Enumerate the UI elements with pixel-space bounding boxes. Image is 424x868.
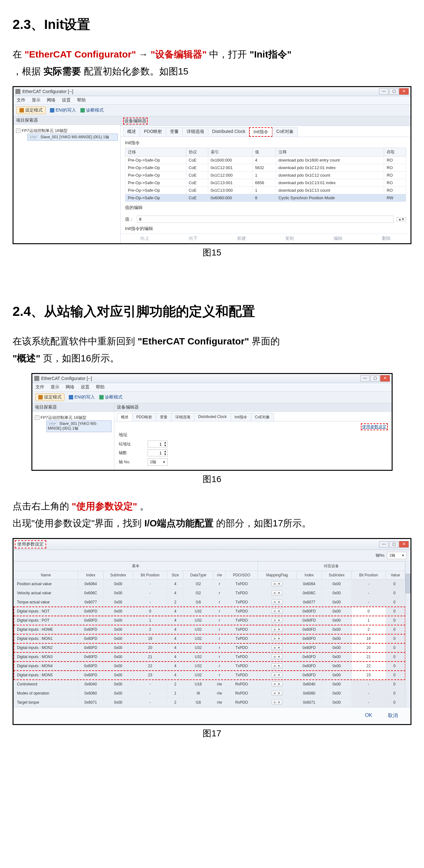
tab-overview[interactable]: 概述 bbox=[123, 127, 140, 137]
minimize-button[interactable]: — bbox=[360, 375, 370, 381]
table-row[interactable]: Pre-Op->Safe-OpCoE0x1600:0004download pd… bbox=[125, 156, 406, 164]
tab-overview[interactable]: 概述 bbox=[117, 413, 133, 421]
menu-settings[interactable]: 设置 bbox=[81, 384, 90, 390]
btn-edit[interactable]: 编辑 bbox=[333, 236, 343, 241]
table-row[interactable]: Controlword0x60400x00-2U16r/wRxPDO=▼0x60… bbox=[14, 680, 405, 689]
stepper-icon[interactable]: ▲▼ bbox=[397, 217, 406, 221]
axis-count-spinner[interactable]: ▲▼ bbox=[148, 450, 168, 456]
value-input[interactable] bbox=[137, 216, 394, 223]
collapse-icon[interactable]: − bbox=[35, 415, 39, 420]
table-row[interactable]: Digital inputs : MON40x60FD0x00224U32rTx… bbox=[14, 661, 405, 671]
mapping-flag-combo[interactable]: =▼ bbox=[271, 627, 282, 632]
tab-coe[interactable]: CoE对象 bbox=[251, 413, 274, 421]
tab-pdo[interactable]: PDO映射 bbox=[132, 413, 156, 421]
diag-mode-button[interactable]: 诊断模式 bbox=[80, 107, 104, 113]
menu-network[interactable]: 网络 bbox=[66, 384, 74, 390]
param-settings-link[interactable]: 使用参数设定 bbox=[362, 424, 387, 429]
btn-copy[interactable]: 复制 bbox=[285, 236, 294, 241]
menu-display[interactable]: 显示 bbox=[32, 97, 40, 103]
eni-write-button[interactable]: ENI的写入 bbox=[69, 394, 95, 400]
tab-pdo[interactable]: PDO映射 bbox=[140, 127, 166, 137]
maximize-button[interactable]: ▢ bbox=[389, 541, 398, 548]
close-button[interactable]: ✕ bbox=[399, 88, 409, 95]
table-row[interactable]: Digital inputs : HOME0x60FD0x0024U32rTxP… bbox=[14, 625, 405, 634]
menu-file[interactable]: 文件 bbox=[35, 384, 44, 390]
mapping-flag-combo[interactable]: =▼ bbox=[271, 581, 282, 586]
spinner-arrows-icon[interactable]: ▲▼ bbox=[163, 450, 167, 456]
table-row[interactable]: Velocity actual value0x606C0x00-4I32rTxP… bbox=[14, 589, 405, 598]
tab-coe[interactable]: CoE对象 bbox=[272, 127, 298, 137]
mapping-flag-combo[interactable]: =▼ bbox=[271, 636, 282, 641]
tree-root[interactable]: − FP7运动控制单元 16轴型 STEP Slave_001 [YAKO MS… bbox=[35, 414, 111, 433]
scroll-thumb[interactable] bbox=[405, 574, 411, 593]
tab-detail[interactable]: 详细选项 bbox=[171, 413, 194, 421]
table-row[interactable]: Target torque0x60710x00-2I16r/wRxPDO=▼0x… bbox=[14, 698, 405, 707]
tab-var[interactable]: 变量 bbox=[166, 127, 183, 137]
btn-down[interactable]: 向下 bbox=[189, 236, 198, 241]
collapse-icon[interactable]: − bbox=[16, 128, 21, 133]
config-mode-button[interactable]: 设定模式 bbox=[35, 394, 64, 401]
table-row[interactable]: Pre-Op->Safe-OpCoE0x1C13:0001download pd… bbox=[125, 187, 406, 194]
menu-file[interactable]: 文件 bbox=[17, 97, 26, 103]
scrollbar[interactable] bbox=[405, 561, 411, 707]
table-row[interactable]: Digital inputs : MON20x60FD0x00204U32rTx… bbox=[14, 643, 405, 652]
mapping-flag-combo[interactable]: =▼ bbox=[271, 682, 282, 687]
station-addr-spinner[interactable]: ▲▼ bbox=[148, 441, 168, 447]
tree-slave-item[interactable]: STEP Slave_001 [YAKO MS-MINI3E] (001) 1轴 bbox=[46, 421, 111, 432]
tab-var[interactable]: 变量 bbox=[156, 413, 171, 421]
tab-dc[interactable]: Distributed Clock bbox=[208, 127, 249, 137]
mapping-flag-combo[interactable]: =▼ bbox=[271, 618, 282, 623]
tab-init[interactable]: Init指令 bbox=[231, 413, 251, 421]
table-row[interactable]: Digital inputs : NOT0x60FD0x0004U32rTxPD… bbox=[14, 607, 405, 616]
station-addr-input[interactable] bbox=[148, 441, 163, 447]
close-button[interactable]: ✕ bbox=[380, 375, 390, 381]
table-row[interactable]: Torque actual value0x60770x00-2I16rTxPDO… bbox=[14, 598, 405, 607]
tab-init[interactable]: Init指令 bbox=[249, 127, 272, 137]
tree-root[interactable]: − FP7运动控制单元 16轴型 STEP Slave_001 [YAKO MS… bbox=[16, 127, 118, 142]
spinner-arrows-icon[interactable]: ▲▼ bbox=[163, 441, 167, 447]
tree-slave-item[interactable]: STEP Slave_001 [YAKO MS-MINI3E] (001) 1轴 bbox=[27, 133, 118, 141]
table-row[interactable]: Pre-Op->Safe-OpCoE0x6060:0008Cyclic Sync… bbox=[125, 194, 406, 202]
mapping-flag-combo[interactable]: =▼ bbox=[271, 645, 282, 650]
btn-new[interactable]: 新建 bbox=[237, 236, 246, 241]
menu-help[interactable]: 帮助 bbox=[96, 384, 105, 390]
close-button[interactable]: ✕ bbox=[399, 541, 409, 548]
menu-help[interactable]: 帮助 bbox=[77, 97, 86, 103]
menu-network[interactable]: 网络 bbox=[47, 97, 56, 103]
mapping-flag-combo[interactable]: =▼ bbox=[271, 654, 282, 659]
table-row[interactable]: Pre-Op->Safe-OpCoE0x1C12:0001download pd… bbox=[125, 172, 406, 179]
maximize-button[interactable]: ▢ bbox=[370, 375, 380, 381]
maximize-button[interactable]: ▢ bbox=[389, 88, 398, 95]
table-row[interactable]: Digital inputs : MON10x60FD0x00194U32rTx… bbox=[14, 634, 405, 643]
mapping-flag-combo[interactable]: =▼ bbox=[271, 600, 282, 604]
mapping-flag-combo[interactable]: =▼ bbox=[271, 700, 282, 705]
mapping-flag-combo[interactable]: =▼ bbox=[271, 663, 282, 669]
eni-write-button[interactable]: ENI的写入 bbox=[50, 107, 76, 113]
mapping-flag-combo[interactable]: =▼ bbox=[271, 609, 282, 614]
diag-mode-button[interactable]: 诊断模式 bbox=[99, 394, 123, 400]
menu-display[interactable]: 显示 bbox=[51, 384, 59, 390]
table-row[interactable]: Digital inputs : MON30x60FD0x00214U32rTx… bbox=[14, 652, 405, 661]
table-row[interactable]: Pre-Op->Safe-OpCoE0x1C13:0016656download… bbox=[125, 179, 406, 187]
minimize-button[interactable]: — bbox=[379, 88, 389, 95]
ok-button[interactable]: OK bbox=[365, 712, 372, 719]
table-row[interactable]: Digital inputs : MON50x60FD0x00234U32rTx… bbox=[14, 671, 405, 680]
axis-no-combo[interactable]: 1轴▼ bbox=[387, 552, 407, 559]
table-row[interactable]: Digital inputs : POT0x60FD0x0014U32rTxPD… bbox=[14, 616, 405, 625]
table-row[interactable]: Modes of operation0x60600x00-1I8r/wRxPDO… bbox=[14, 689, 405, 698]
config-mode-button[interactable]: 设定模式 bbox=[17, 106, 45, 114]
menu-settings[interactable]: 设置 bbox=[62, 97, 71, 103]
minimize-button[interactable]: — bbox=[379, 541, 389, 548]
table-row[interactable]: Pre-Op->Safe-OpCoE0x1C12:0015632download… bbox=[125, 164, 406, 172]
tab-dc[interactable]: Distributed Clock bbox=[194, 413, 231, 421]
btn-up[interactable]: 向上 bbox=[140, 236, 149, 241]
axis-no-combo[interactable]: 1轴▼ bbox=[148, 458, 168, 466]
axis-count-input[interactable] bbox=[148, 450, 163, 456]
mapping-flag-combo[interactable]: =▼ bbox=[271, 590, 282, 595]
tab-detail[interactable]: 详细选项 bbox=[183, 127, 208, 137]
table-row[interactable]: Position actual value0x60640x00-4I32rTxP… bbox=[14, 580, 405, 589]
mapping-flag-combo[interactable]: =▼ bbox=[271, 673, 282, 678]
mapping-flag-combo[interactable]: =▼ bbox=[271, 691, 282, 696]
cancel-button[interactable]: 取消 bbox=[388, 712, 398, 719]
btn-delete[interactable]: 删除 bbox=[382, 236, 391, 241]
